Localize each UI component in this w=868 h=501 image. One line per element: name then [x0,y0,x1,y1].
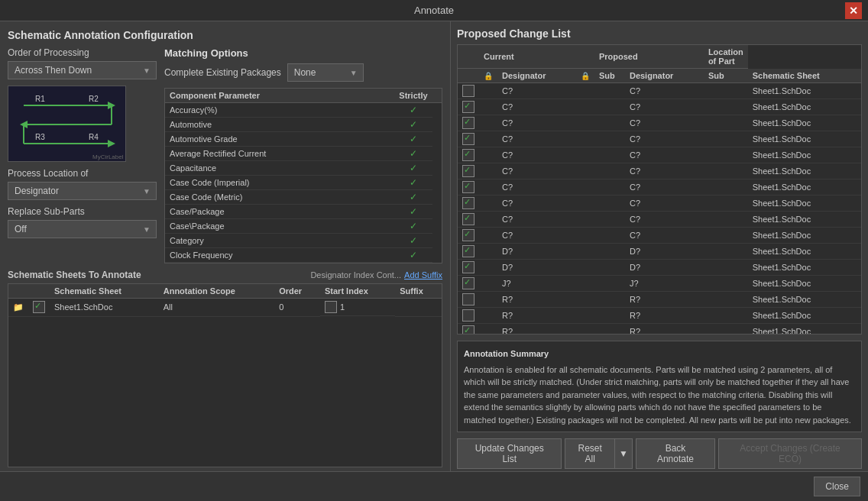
proposed-sub-cur-des: Designator [497,69,576,83]
row-cur-des: J? [497,276,576,292]
row-lock2 [576,292,594,308]
row-prop-des: R? [625,308,704,324]
row-lock2 [576,131,594,147]
param-row: Average Rectified Current ✓ [165,147,442,161]
sheet-folder-icon: 📁 [8,299,28,317]
row-cur-des: D? [497,244,576,260]
replace-dropdown-wrapper[interactable]: Off ▼ [8,220,157,238]
row-lock1 [479,212,497,228]
process-dropdown[interactable]: Designator [8,182,157,200]
row-check[interactable] [458,276,479,292]
row-cur-sub [594,228,625,244]
row-prop-sub [704,292,748,308]
param-strictly[interactable]: ✓ [394,248,432,263]
row-cur-des: C? [497,212,576,228]
row-sheet: Sheet1.SchDoc [748,244,861,260]
replace-dropdown[interactable]: Off [8,220,157,238]
close-button[interactable]: Close [814,477,860,496]
reset-all-arrow[interactable]: ▼ [614,438,633,469]
process-dropdown-wrapper[interactable]: Designator ▼ [8,182,157,200]
param-table-container[interactable]: Component Parameter Strictly Accuracy(%)… [164,88,442,263]
add-suffix[interactable]: Add Suffix [404,270,442,280]
row-prop-sub [704,83,748,99]
row-lock2 [576,324,594,335]
param-strictly[interactable]: ✓ [394,190,432,205]
row-lock2 [576,115,594,131]
row-check[interactable] [458,131,479,147]
complete-dropdown-wrapper[interactable]: None ▼ [287,63,364,82]
row-lock1 [479,196,497,212]
row-lock2 [576,163,594,179]
row-check[interactable] [458,292,479,308]
row-check[interactable] [458,147,479,163]
param-strictly[interactable]: ✓ [394,118,432,132]
sheet-checkbox[interactable] [28,299,50,317]
designator-index-cont: Designator Index Cont... [310,270,401,280]
proposed-sub-cur-sub: Sub [594,69,625,83]
row-prop-des: C? [625,228,704,244]
table-row: J? J? Sheet1.SchDoc [458,276,861,292]
proposed-sub-lock2: 🔒 [576,69,594,83]
param-strictly[interactable]: ✓ [394,161,432,176]
param-strictly[interactable]: ✓ [394,132,432,147]
close-window-button[interactable]: ✕ [845,2,862,19]
row-prop-des: R? [625,292,704,308]
row-sheet: Sheet1.SchDoc [748,83,861,99]
param-strictly[interactable]: ✓ [394,176,432,190]
accept-changes-button[interactable]: Accept Changes (Create ECO) [718,438,862,469]
left-panel-title: Schematic Annotation Configuration [8,29,442,41]
complete-dropdown[interactable]: None [287,63,364,82]
replace-sub-parts-section: Replace Sub-Parts Off ▼ [8,206,157,238]
row-cur-sub [594,196,625,212]
update-changes-button[interactable]: Update Changes List [457,438,562,469]
process-location-section: Process Location of Designator ▼ [8,168,157,200]
param-name: Automotive [165,118,394,132]
row-check[interactable] [458,260,479,276]
param-strictly[interactable]: ✓ [394,147,432,161]
row-check[interactable] [458,228,479,244]
row-lock2 [576,99,594,115]
row-prop-des: C? [625,196,704,212]
row-cur-des: C? [497,147,576,163]
param-strictly[interactable]: ✓ [394,205,432,219]
table-row: C? C? Sheet1.SchDoc [458,131,861,147]
row-cur-des: C? [497,196,576,212]
param-strictly[interactable]: ✓ [394,103,432,118]
row-check[interactable] [458,179,479,196]
row-cur-sub [594,147,625,163]
param-strictly[interactable]: ✓ [394,219,432,234]
svg-text:R2: R2 [89,95,99,103]
complete-existing-row: Complete Existing Packages None ▼ [164,63,442,82]
row-cur-sub [594,131,625,147]
param-strictly[interactable]: ✓ [394,234,432,248]
row-cur-des: D? [497,260,576,276]
main-content: Schematic Annotation Configuration Order… [0,21,868,501]
reset-all-button[interactable]: Reset All [565,438,614,469]
row-check[interactable] [458,196,479,212]
row-cur-des: C? [497,131,576,147]
order-dropdown-wrapper[interactable]: Across Then Down ▼ [8,61,157,79]
sheets-col-suffix: Suffix [395,284,442,299]
back-annotate-button[interactable]: Back Annotate [636,438,715,469]
proposed-table-container[interactable]: Current Proposed Location of Part 🔒 [457,44,862,335]
annotation-summary-text: Annotation is enabled for all schematic … [464,364,855,427]
row-cur-des: C? [497,83,576,99]
row-check[interactable] [458,244,479,260]
order-dropdown[interactable]: Across Then Down [8,61,157,79]
row-check[interactable] [458,163,479,179]
sheets-title: Schematic Sheets To Annotate [8,270,141,280]
row-lock2 [576,308,594,324]
row-prop-sub [704,244,748,260]
row-check[interactable] [458,115,479,131]
row-check[interactable] [458,83,479,99]
row-check[interactable] [458,212,479,228]
row-check[interactable] [458,324,479,335]
row-lock1 [479,131,497,147]
row-prop-des: R? [625,324,704,335]
param-row: Automotive ✓ [165,118,442,132]
row-check[interactable] [458,99,479,115]
row-cur-sub [594,324,625,335]
row-check[interactable] [458,308,479,324]
param-strictly[interactable]: ✓ [394,263,432,264]
sheets-table: Schematic Sheet Annotation Scope Order S… [8,284,442,317]
